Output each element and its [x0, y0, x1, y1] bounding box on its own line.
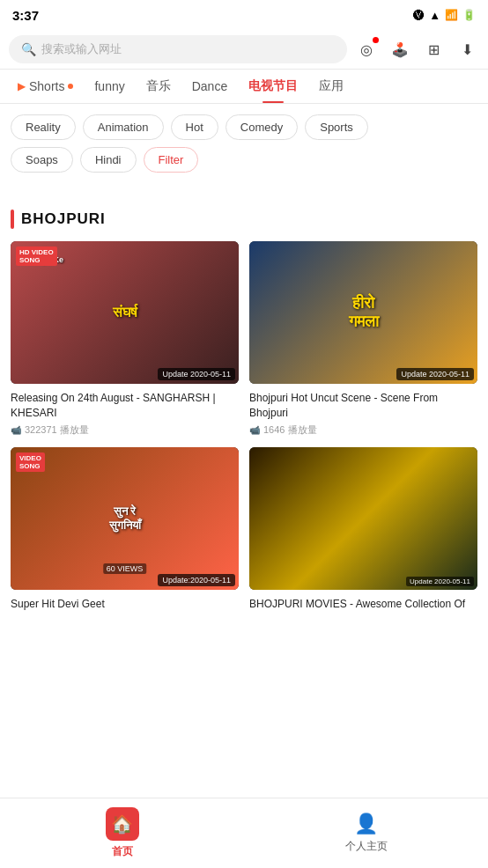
tab-dance[interactable]: Dance: [183, 70, 236, 102]
tab-dance-label: Dance: [192, 79, 227, 93]
nav-home[interactable]: 🏠 首页: [0, 807, 244, 859]
bottom-nav: 🏠 首页 👤 个人主页: [0, 798, 488, 868]
filter-section: Reality Animation Hot Comedy Sports Soap…: [0, 104, 488, 188]
video-title-2: Bhojpuri Hot Uncut Scene - Scene From Bh…: [249, 391, 477, 421]
video-grid: SatuaJawaniya Ke HD VIDEOSONG संघर्ष Upd…: [11, 241, 477, 615]
video-thumb-3: VIDEOSONG सुन रेसुगनियाँ 60 VIEWS Update…: [11, 447, 239, 590]
section-title: BHOJPURI: [11, 210, 477, 229]
tab-music-label: 音乐: [146, 78, 171, 94]
battery-icon: 🔋: [462, 9, 476, 21]
chip-reality[interactable]: Reality: [11, 114, 76, 140]
video-thumb-2: हीरोगमला Update 2020-05-11: [249, 241, 477, 384]
nav-tabs: ▶ Shorts funny 音乐 Dance 电视节目 应用: [0, 70, 488, 104]
video-thumb-4: Update 2020-05-11: [249, 447, 477, 590]
browser-actions: ◎ 🕹️ ⊞ ⬇: [354, 37, 479, 62]
video-title-4: BHOJPURI MOVIES - Awesome Collection Of: [249, 597, 477, 612]
tab-funny-label: funny: [94, 79, 124, 93]
section-title-text: BHOJPURI: [21, 210, 106, 228]
search-box[interactable]: 🔍 搜索或输入网址: [9, 35, 347, 63]
chip-filter[interactable]: Filter: [144, 147, 199, 173]
apps-button[interactable]: ⊞: [421, 37, 446, 62]
search-input-placeholder: 搜索或输入网址: [41, 41, 122, 57]
view-count-2: 1646 播放量: [263, 423, 317, 437]
thumb-center-1: संघर्ष: [113, 305, 137, 320]
thumb-inner-2: हीरोगमला Update 2020-05-11: [249, 241, 477, 384]
browser-bar: 🔍 搜索或输入网址 ◎ 🕹️ ⊞ ⬇: [0, 30, 488, 70]
notification-dot: [373, 37, 379, 43]
video-title-1: Releasing On 24th August - SANGHARSH | K…: [11, 391, 239, 421]
profile-icon: 👤: [354, 813, 378, 835]
video-title-3: Super Hit Devi Geet: [11, 597, 239, 612]
orbit-button[interactable]: ◎: [354, 37, 379, 62]
bhojpuri-section: BHOJPURI SatuaJawaniya Ke HD VIDEOSONG स…: [0, 197, 488, 628]
tab-shorts-label: Shorts: [29, 79, 64, 93]
wifi-icon: ▲: [429, 9, 440, 22]
status-icons: 🅥 ▲ 📶 🔋: [413, 9, 476, 22]
view-icon-1: 📹: [11, 425, 21, 435]
status-time: 3:37: [12, 8, 39, 23]
tab-funny[interactable]: funny: [85, 70, 133, 102]
view-count-1: 322371 播放量: [25, 423, 89, 437]
download-button[interactable]: ⬇: [455, 37, 479, 62]
home-icon: 🏠: [106, 807, 139, 841]
section-title-bar: [11, 210, 14, 229]
tab-tv-label: 电视节目: [248, 78, 298, 94]
tab-music[interactable]: 音乐: [137, 70, 180, 103]
chip-comedy[interactable]: Comedy: [226, 114, 298, 140]
tab-shorts[interactable]: ▶ Shorts: [9, 70, 82, 102]
chip-hot[interactable]: Hot: [171, 114, 218, 140]
chip-animation[interactable]: Animation: [83, 114, 164, 140]
thumb-update-1: Update 2020-05-11: [158, 368, 235, 380]
nav-home-label: 首页: [112, 844, 133, 859]
signal-icon: 📶: [445, 9, 458, 21]
video-card-3[interactable]: VIDEOSONG सुन रेसुगनियाँ 60 VIEWS Update…: [11, 447, 239, 615]
thumb-badge-3: VIDEOSONG: [16, 452, 45, 472]
tab-tv[interactable]: 电视节目: [240, 70, 307, 103]
search-icon: 🔍: [21, 42, 36, 56]
chip-soaps[interactable]: Soaps: [11, 147, 73, 173]
video-card-1[interactable]: SatuaJawaniya Ke HD VIDEOSONG संघर्ष Upd…: [11, 241, 239, 437]
video-meta-1: 📹 322371 播放量: [11, 423, 239, 437]
thumb-inner-4: Update 2020-05-11: [249, 447, 477, 590]
thumb-inner-3: VIDEOSONG सुन रेसुगनियाँ 60 VIEWS Update…: [11, 447, 239, 590]
status-bar: 3:37 🅥 ▲ 📶 🔋: [0, 0, 488, 30]
filter-row-2: Soaps Hindi Filter: [11, 147, 477, 173]
tab-apps-label: 应用: [319, 78, 344, 94]
thumb-center-3: सुन रेसुगनियाँ: [109, 504, 141, 533]
chip-sports[interactable]: Sports: [305, 114, 368, 140]
joystick-button[interactable]: 🕹️: [388, 37, 412, 62]
video-thumb-1: SatuaJawaniya Ke HD VIDEOSONG संघर्ष Upd…: [11, 241, 239, 384]
nav-profile-label: 个人主页: [345, 839, 388, 854]
thumb-update-4: Update 2020-05-11: [406, 577, 474, 586]
thumb-inner-1: SatuaJawaniya Ke HD VIDEOSONG संघर्ष Upd…: [11, 241, 239, 384]
view-icon-2: 📹: [249, 425, 260, 435]
video-meta-2: 📹 1646 播放量: [249, 423, 477, 437]
filter-row-1: Reality Animation Hot Comedy Sports: [11, 114, 477, 140]
thumb-center-2: हीरोगमला: [349, 294, 379, 331]
shorts-dot: [68, 84, 73, 89]
chip-hindi[interactable]: Hindi: [80, 147, 137, 173]
thumb-subtext-3: 60 VIEWS: [103, 563, 147, 574]
thumb-badge-1: HD VIDEOSONG: [16, 246, 57, 266]
thumb-update-2: Update 2020-05-11: [396, 368, 474, 380]
vt-icon: 🅥: [413, 9, 425, 22]
video-card-2[interactable]: हीरोगमला Update 2020-05-11 Bhojpuri Hot …: [249, 241, 477, 437]
nav-profile[interactable]: 👤 个人主页: [244, 813, 488, 854]
video-card-4[interactable]: Update 2020-05-11 BHOJPURI MOVIES - Awes…: [249, 447, 477, 615]
tab-apps[interactable]: 应用: [310, 70, 352, 103]
thumb-update-3: Update:2020-05-11: [158, 574, 235, 586]
